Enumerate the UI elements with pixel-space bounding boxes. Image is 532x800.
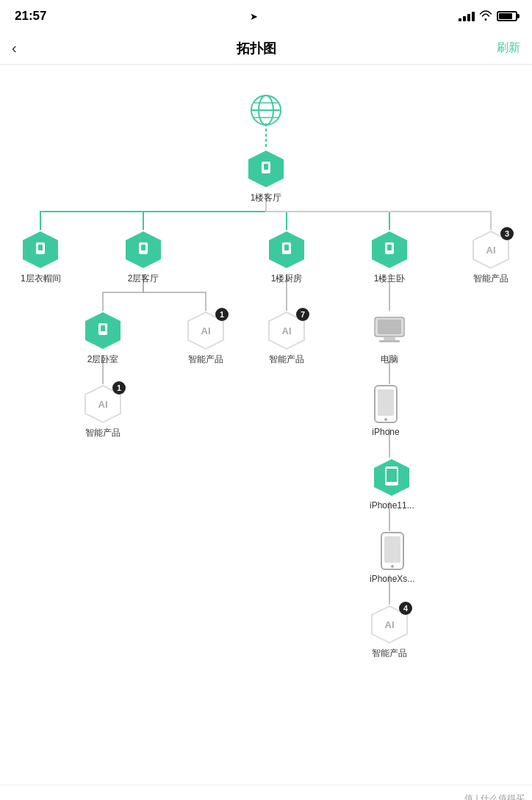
node-bedroom2[interactable]: 2层卧室: [83, 311, 123, 366]
svg-rect-40: [378, 389, 394, 416]
svg-rect-35: [378, 320, 401, 334]
footer: 值 | 什么值得买: [0, 785, 532, 800]
svg-rect-21: [141, 245, 145, 251]
badge-smart1b: 1: [112, 381, 126, 394]
svg-rect-37: [379, 340, 400, 342]
status-icons: [459, 10, 517, 23]
node-root[interactable]: 1楼客厅: [246, 149, 286, 204]
node-wardrobe[interactable]: 1层衣帽间: [21, 230, 61, 285]
node-computer[interactable]: 电脑: [370, 311, 409, 366]
svg-point-41: [384, 418, 387, 421]
main-content: 1楼客厅 1层衣帽间: [0, 65, 532, 785]
svg-rect-44: [387, 469, 397, 482]
node-iphone11[interactable]: iPhone11...: [370, 458, 414, 511]
node-smart3[interactable]: AI 3 智能产品: [471, 230, 511, 285]
node-iphone[interactable]: iPhone: [370, 384, 402, 437]
badge-smart1a: 1: [215, 308, 229, 321]
svg-rect-47: [384, 536, 400, 563]
nav-bar: ‹ 拓扑图 刷新: [0, 32, 532, 65]
refresh-button[interactable]: 刷新: [497, 40, 520, 56]
badge-smart3: 3: [500, 227, 514, 240]
status-bar: 21:57 ➤: [0, 0, 532, 32]
battery-icon: [497, 11, 517, 21]
footer-text: 值 | 什么值得买: [464, 793, 525, 800]
status-time: 21:57: [15, 9, 46, 24]
node-kitchen[interactable]: 1楼厨房: [267, 230, 306, 285]
node-master[interactable]: 1楼主卧: [370, 230, 409, 285]
node-smart1a[interactable]: AI 1 智能产品: [186, 311, 226, 366]
svg-point-48: [391, 565, 394, 568]
back-button[interactable]: ‹: [12, 40, 17, 57]
location-icon: ➤: [250, 11, 258, 22]
svg-rect-36: [384, 337, 395, 340]
svg-rect-18: [38, 245, 43, 251]
svg-rect-31: [101, 325, 105, 331]
svg-rect-24: [284, 245, 289, 251]
node-smart4[interactable]: AI 4 智能产品: [370, 605, 409, 660]
svg-point-45: [391, 483, 393, 485]
node-iphonexs[interactable]: iPhoneXs...: [370, 531, 414, 584]
badge-smart7: 7: [296, 308, 309, 321]
globe-node[interactable]: [246, 90, 286, 130]
topology-container: 1楼客厅 1层衣帽间: [0, 79, 532, 770]
node-living2[interactable]: 2层客厅: [123, 230, 163, 285]
node-smart7[interactable]: AI 7 智能产品: [267, 311, 306, 366]
wifi-icon: [479, 10, 492, 23]
node-smart1b[interactable]: AI 1 智能产品: [83, 384, 123, 439]
page-title: 拓扑图: [237, 40, 276, 57]
svg-rect-15: [264, 164, 268, 170]
signal-icon: [459, 12, 475, 21]
svg-rect-27: [387, 245, 392, 251]
badge-smart4: 4: [399, 602, 412, 615]
